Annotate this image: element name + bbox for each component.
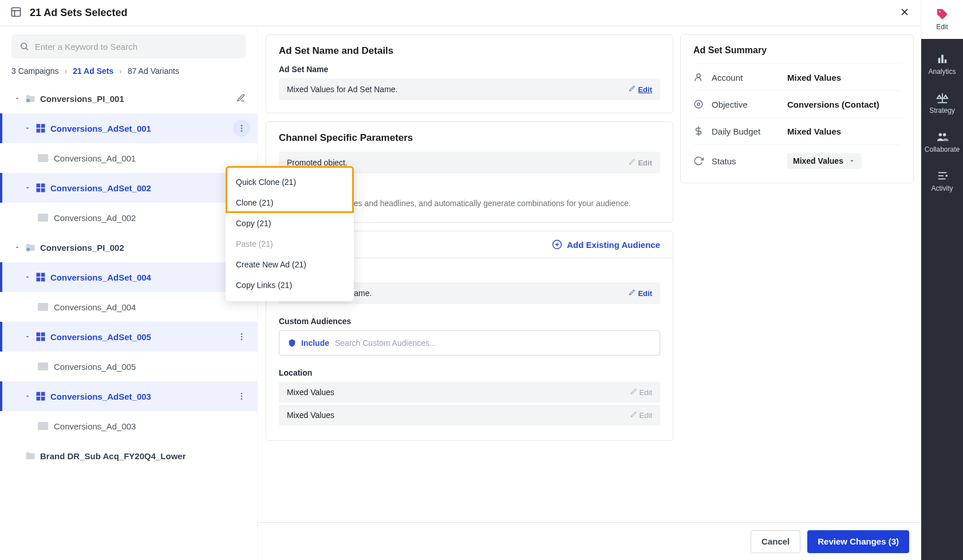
layout-icon[interactable] (10, 6, 22, 19)
menu-clone[interactable]: Clone (21) (226, 192, 354, 213)
adset-icon (35, 332, 46, 342)
ad-icon (38, 214, 48, 222)
chevron-down-icon[interactable] (13, 95, 22, 102)
svg-point-46 (697, 103, 700, 106)
chart-icon (936, 53, 949, 65)
tree-adset[interactable]: Conversions_AdSet_002 (0, 173, 257, 203)
svg-rect-51 (944, 60, 946, 63)
svg-rect-11 (41, 129, 45, 133)
menu-copy-links[interactable]: Copy Links (21) (226, 275, 354, 295)
shield-check-icon (287, 338, 297, 348)
tree-adset[interactable]: Conversions_AdSet_001 (0, 113, 257, 143)
pencil-icon (629, 159, 636, 167)
tree: Conversions_PI_001 Conversions_AdSet_001… (0, 84, 257, 560)
search-box[interactable] (11, 34, 246, 58)
chevron-down-icon[interactable] (13, 244, 22, 251)
ad-icon (38, 154, 48, 162)
svg-rect-50 (941, 55, 944, 64)
chevron-down-icon[interactable] (23, 333, 32, 340)
tree-label: Conversions_Ad_002 (54, 213, 250, 223)
svg-rect-10 (37, 129, 41, 133)
adset-icon (35, 391, 46, 401)
card-title: Channel Specific Parameters (266, 122, 673, 152)
add-audience-button[interactable]: Add Existing Audience (552, 239, 660, 250)
svg-point-32 (241, 336, 243, 338)
tree-ad[interactable]: Conversions_Ad_002 (0, 203, 257, 232)
breadcrumb-adsets[interactable]: 21 Ad Sets (73, 66, 113, 76)
tree-ad[interactable]: Conversions_Ad_001 (0, 143, 257, 173)
svg-rect-49 (938, 58, 940, 63)
topbar: 21 Ad Sets Selected (0, 0, 921, 26)
adset-icon (35, 123, 46, 133)
svg-rect-21 (41, 273, 45, 277)
menu-create-new-ad[interactable]: Create New Ad (21) (226, 254, 354, 275)
custom-audiences-input[interactable] (335, 338, 652, 348)
custom-audiences-label: Custom Audiences (279, 317, 660, 326)
svg-point-33 (241, 338, 243, 340)
rail-activity[interactable]: Activity (921, 161, 963, 200)
svg-rect-22 (37, 278, 41, 282)
svg-rect-8 (37, 124, 41, 128)
activity-icon (936, 169, 949, 182)
tree-adset[interactable]: Conversions_AdSet_003 (0, 381, 257, 411)
tree-label: Brand DR_Sub Acq_FY20Q4_Lower (40, 451, 250, 461)
tree-campaign[interactable]: Conversions_PI_002 (0, 232, 257, 262)
ad-icon (38, 362, 48, 370)
right-rail: Edit Analytics Strategy Collaborate Acti… (921, 0, 963, 560)
edit-location-link[interactable]: Edit (630, 388, 652, 397)
edit-name-link[interactable]: Edit (629, 85, 652, 94)
menu-paste: Paste (21) (226, 234, 354, 254)
refresh-icon (693, 156, 705, 166)
menu-copy[interactable]: Copy (21) (226, 213, 354, 234)
chevron-down-icon[interactable] (23, 274, 32, 281)
tree-ad[interactable]: Conversions_Ad_005 (0, 352, 257, 381)
status-dropdown[interactable]: Mixed Values (787, 153, 862, 169)
rail-analytics[interactable]: Analytics (921, 45, 963, 84)
rail-strategy[interactable]: Strategy (921, 84, 963, 123)
tree-ad[interactable]: Conversions_Ad_003 (0, 411, 257, 441)
breadcrumbs: 3 Campaigns › 21 Ad Sets › 87 Ad Variant… (0, 66, 257, 84)
review-changes-button[interactable]: Review Changes (3) (807, 530, 909, 553)
pencil-icon[interactable] (236, 93, 246, 104)
menu-quick-clone[interactable]: Quick Clone (21) (226, 172, 354, 192)
tree-adset[interactable]: Conversions_AdSet_005 (0, 322, 257, 352)
adset-icon (35, 183, 46, 193)
tree-ad[interactable]: Conversions_Ad_004 (0, 292, 257, 322)
chevron-down-icon[interactable] (23, 184, 32, 191)
tree-label: Conversions_AdSet_001 (50, 124, 233, 133)
rail-edit[interactable]: Edit (921, 0, 963, 39)
more-menu-button[interactable] (233, 120, 250, 137)
location-row: Mixed Values Edit (279, 382, 660, 403)
custom-audiences-search[interactable]: Include (279, 330, 660, 356)
summary-card: Ad Set Summary Account Mixed Values Obje… (680, 34, 914, 183)
rail-collaborate[interactable]: Collaborate (921, 123, 963, 161)
more-menu-button[interactable] (233, 328, 250, 345)
svg-rect-0 (12, 8, 21, 17)
svg-rect-20 (37, 273, 41, 277)
svg-point-12 (241, 125, 243, 127)
svg-point-40 (241, 398, 243, 400)
breadcrumb-ads[interactable]: 87 Ad Variants (128, 66, 179, 76)
dollar-icon (693, 126, 705, 136)
adset-name-card: Ad Set Name and Details Ad Set Name Mixe… (266, 34, 673, 113)
chevron-down-icon[interactable] (23, 393, 32, 400)
edit-location-link[interactable]: Edit (630, 411, 652, 420)
search-icon (19, 41, 29, 52)
edit-promoted-link[interactable]: Edit (629, 159, 652, 167)
close-button[interactable] (899, 6, 910, 19)
include-chip[interactable]: Include (287, 338, 329, 348)
tree-campaign[interactable]: Conversions_PI_001 (0, 84, 257, 113)
tree-campaign[interactable]: Brand DR_Sub Acq_FY20Q4_Lower (0, 441, 257, 471)
more-menu-button[interactable] (233, 388, 250, 405)
svg-rect-29 (37, 337, 41, 341)
tree-label: Conversions_AdSet_004 (50, 273, 233, 282)
search-input[interactable] (35, 42, 238, 52)
breadcrumb-campaigns[interactable]: 3 Campaigns (11, 66, 59, 76)
tree-adset[interactable]: Conversions_AdSet_004 (0, 262, 257, 292)
cancel-button[interactable]: Cancel (751, 530, 800, 553)
tree-label: Conversions_Ad_005 (54, 362, 250, 372)
svg-rect-15 (37, 184, 41, 188)
edit-audience-name-link[interactable]: Edit (629, 289, 652, 298)
chevron-down-icon[interactable] (23, 125, 32, 132)
location-value: Mixed Values (287, 411, 334, 420)
